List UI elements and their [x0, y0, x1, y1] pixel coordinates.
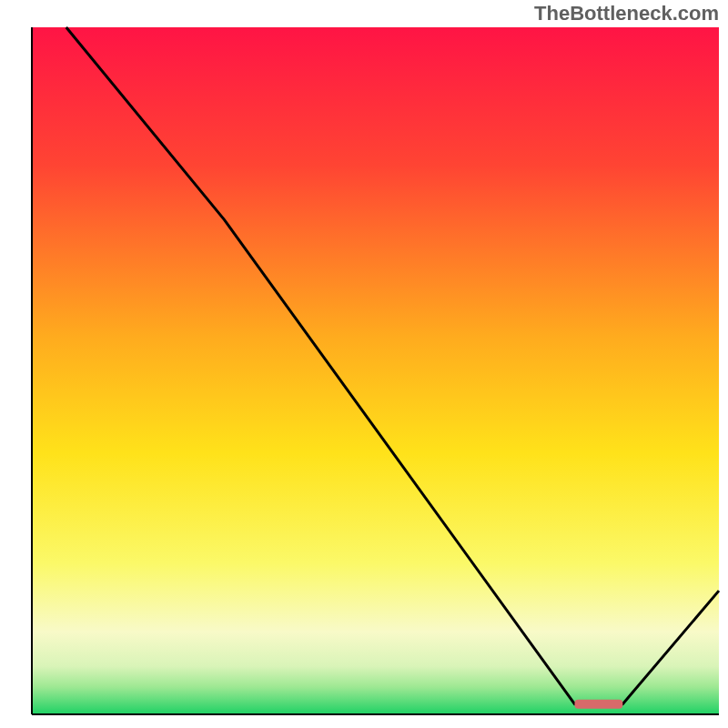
watermark-text: TheBottleneck.com	[534, 2, 719, 25]
heat-gradient-background	[32, 27, 719, 714]
chart-svg	[0, 0, 728, 728]
optimum-band-marker	[574, 700, 622, 709]
bottleneck-chart: TheBottleneck.com	[0, 0, 728, 728]
